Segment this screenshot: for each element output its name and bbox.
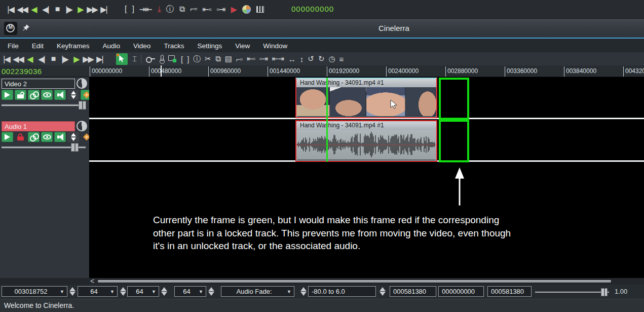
- goto-end-button[interactable]: ▶|: [98, 5, 109, 14]
- fit-autos-button[interactable]: ↕: [300, 55, 304, 63]
- arm-track-button[interactable]: [2, 90, 13, 100]
- menu-item-keyframes[interactable]: Keyframes: [50, 42, 96, 50]
- stop-button[interactable]: ■: [48, 54, 58, 63]
- out-point-button[interactable]: ]: [132, 5, 133, 14]
- menu-item-video[interactable]: Video: [127, 42, 157, 50]
- lock-track-button[interactable]: [15, 90, 26, 100]
- automation-type-combo[interactable]: Audio Fade: ▼: [221, 286, 294, 297]
- curve-zoom-spinner[interactable]: [208, 287, 214, 296]
- drag-arrow-tool-icon[interactable]: [116, 53, 128, 65]
- undo-button[interactable]: ↺: [308, 54, 314, 63]
- lock-track-button[interactable]: [15, 132, 26, 142]
- playhead-line[interactable]: [326, 78, 328, 162]
- clip-info-button[interactable]: ⓘ: [166, 4, 174, 15]
- redo-button[interactable]: ↻: [318, 54, 324, 63]
- span-keyframes-icon[interactable]: [160, 55, 164, 63]
- video-track-fader[interactable]: [2, 104, 86, 106]
- fit-width-button[interactable]: ↔: [288, 55, 295, 63]
- next-label-button[interactable]: ▫⇥: [216, 5, 225, 14]
- mute-track-button[interactable]: [54, 90, 66, 100]
- fast-reverse-button[interactable]: ◀◀: [17, 5, 27, 14]
- menu-item-view[interactable]: View: [229, 42, 256, 50]
- automation-range-spinner-left[interactable]: [300, 287, 307, 296]
- audio-fader-handle[interactable]: [71, 143, 79, 152]
- selection-start-field[interactable]: 000581380: [390, 286, 436, 297]
- track-height-spinner[interactable]: [161, 287, 167, 296]
- in-point-button[interactable]: [: [181, 55, 182, 63]
- copy-button[interactable]: ⧉: [215, 54, 220, 63]
- reverse-play-button[interactable]: ◀: [28, 5, 39, 14]
- video-track-name-input[interactable]: [2, 79, 75, 89]
- audio-clip[interactable]: Hand Washing - 34091.mp4 #1: [295, 120, 437, 162]
- keyframe-key-icon[interactable]: [146, 56, 155, 61]
- alpha-slider-handle[interactable]: [601, 288, 608, 296]
- video-clip[interactable]: Hand Washing - 34091.mp4 #1: [295, 78, 437, 118]
- curve-zoom-combo[interactable]: 64 ▼: [174, 286, 206, 297]
- sample-zoom-combo[interactable]: 003018752 ▼: [2, 286, 67, 297]
- prev-label-button[interactable]: ⇤▫: [202, 5, 211, 14]
- move-track-button[interactable]: [67, 132, 79, 142]
- gang-fader-button[interactable]: [28, 132, 40, 142]
- draw-media-button[interactable]: [41, 90, 53, 100]
- play-button[interactable]: ▶: [71, 54, 82, 64]
- goto-end-button[interactable]: ▶|: [94, 54, 105, 64]
- in-point-button[interactable]: [: [125, 5, 126, 14]
- paste-button[interactable]: ▤: [225, 54, 232, 63]
- timebar-ruler[interactable]: 002239036 000000000000480000000960000001…: [0, 65, 644, 77]
- manual-goto-button[interactable]: ▶: [231, 5, 236, 14]
- move-track-button[interactable]: [67, 90, 79, 100]
- fast-reverse-button[interactable]: ◀◀: [13, 54, 23, 64]
- video-fader-handle[interactable]: [79, 101, 86, 110]
- amplitude-zoom-spinner[interactable]: [120, 287, 126, 296]
- fast-forward-button[interactable]: ▶▶: [83, 54, 93, 64]
- label-button[interactable]: ⌐▫: [190, 5, 197, 14]
- out-point-button[interactable]: ]: [187, 55, 188, 63]
- selection-duration-field[interactable]: 000000000: [438, 286, 484, 297]
- menu-item-edit[interactable]: Edit: [25, 42, 50, 50]
- menu-item-audio[interactable]: Audio: [96, 42, 127, 50]
- audio-track-fader[interactable]: [2, 146, 86, 148]
- ibeam-tool-button[interactable]: ⌶: [132, 54, 136, 63]
- mute-track-button[interactable]: [54, 132, 66, 142]
- frame-reverse-button[interactable]: ◀|: [40, 5, 51, 14]
- menu-item-settings[interactable]: Settings: [191, 42, 229, 50]
- lock-labels-icon[interactable]: [168, 55, 176, 62]
- gang-fader-button[interactable]: [28, 90, 40, 100]
- next-label-button[interactable]: ▫⇥: [259, 54, 268, 63]
- audio-track-expander-icon[interactable]: [77, 121, 87, 131]
- menu-item-file[interactable]: File: [1, 42, 25, 50]
- frame-forward-button[interactable]: |▶: [59, 54, 70, 64]
- video-track-expander-icon[interactable]: [77, 78, 87, 89]
- menu-item-tracks[interactable]: Tracks: [157, 42, 191, 50]
- prev-label-button[interactable]: ⇤▫: [247, 54, 255, 63]
- reverse-play-button[interactable]: ◀: [24, 54, 35, 64]
- automation-range-field[interactable]: -80.0 to 6.0: [308, 286, 376, 297]
- frame-forward-button[interactable]: |▶: [63, 5, 74, 14]
- splice-button[interactable]: ⇥⇤: [139, 5, 152, 14]
- audio-track-name-input[interactable]: [2, 121, 75, 131]
- fast-forward-button[interactable]: ▶▶: [87, 5, 97, 14]
- overwrite-button[interactable]: ⤓: [158, 5, 161, 14]
- clip-info-button[interactable]: ⓘ: [193, 54, 200, 64]
- goto-start-button[interactable]: |◀: [5, 5, 16, 14]
- time-stamp-button[interactable]: ◷: [329, 54, 335, 63]
- fit-selection-button[interactable]: ⇤⇥: [272, 54, 284, 63]
- horizontal-scrollbar[interactable]: [98, 280, 611, 283]
- levels-icon[interactable]: [256, 6, 264, 13]
- amplitude-zoom-combo[interactable]: 64 ▼: [78, 286, 118, 297]
- play-button[interactable]: ▶: [75, 5, 86, 14]
- label-button[interactable]: ⌐▫: [236, 55, 242, 63]
- cut-button[interactable]: ✂: [205, 54, 211, 63]
- menu-list-button[interactable]: ≡: [339, 55, 344, 63]
- stop-button[interactable]: ■: [52, 5, 62, 14]
- alpha-slider[interactable]: [535, 291, 609, 293]
- goto-start-button[interactable]: |◀: [1, 54, 12, 64]
- arm-track-button[interactable]: [2, 132, 13, 142]
- automation-range-spinner-right[interactable]: [379, 287, 386, 296]
- selection-end-field[interactable]: 000581380: [487, 286, 532, 297]
- track-height-combo[interactable]: 64 ▼: [127, 286, 159, 297]
- copy-to-clipboard-button[interactable]: ⧉: [179, 5, 184, 14]
- pin-icon[interactable]: [22, 24, 30, 33]
- draw-media-button[interactable]: [41, 132, 53, 142]
- menu-item-window[interactable]: Window: [256, 42, 294, 50]
